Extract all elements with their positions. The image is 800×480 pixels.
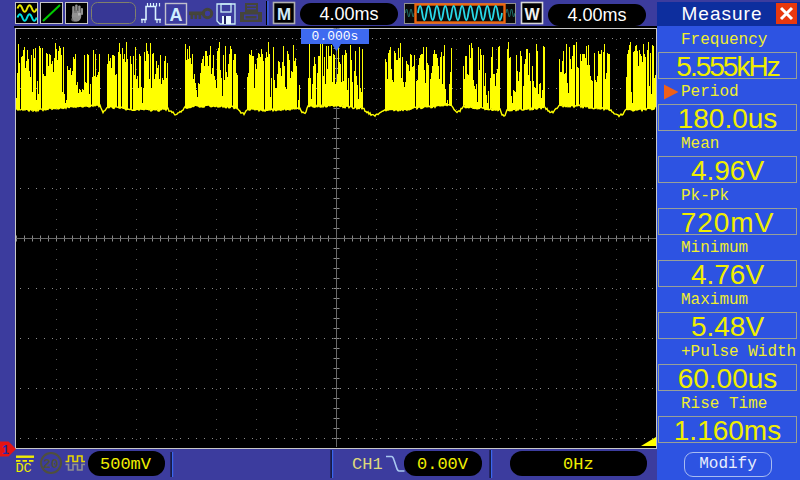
svg-text:20: 20 <box>43 457 59 472</box>
svg-text:1: 1 <box>2 443 9 457</box>
svg-text:DC: DC <box>16 461 32 476</box>
svg-text:M: M <box>277 5 291 24</box>
svg-text:A: A <box>170 5 183 25</box>
svg-text:W: W <box>524 6 540 23</box>
